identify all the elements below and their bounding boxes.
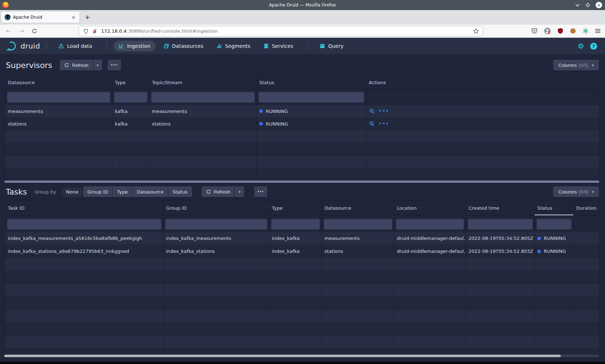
filter-input-datasource[interactable] (7, 92, 110, 103)
filter-input-created-time[interactable] (468, 219, 533, 229)
cell-group-id: index_kafka_stations (163, 245, 269, 258)
filter-input-type[interactable] (114, 92, 147, 103)
help-icon[interactable]: ? (590, 43, 597, 50)
browser-toolbar: ← → 172.18.0.4:30899/unified-console.htm… (0, 24, 605, 38)
datasources-icon (163, 43, 169, 49)
shield-icon[interactable] (83, 28, 89, 34)
cell-duration (573, 245, 599, 258)
inspect-icon[interactable] (369, 108, 375, 114)
supervisor-row[interactable]: measurements kafka measurements RUNNING … (5, 105, 599, 118)
nav-item-datasources[interactable]: Datasources (158, 41, 209, 51)
inspect-icon[interactable] (369, 121, 375, 127)
tasks-title: Tasks (6, 187, 27, 196)
cell-type: index_kafka (269, 232, 322, 245)
column-header-datasource[interactable]: Datasource (322, 200, 394, 215)
columns-label: Columns (558, 63, 577, 68)
supervisor-row[interactable]: stations kafka stations RUNNING ••• (5, 118, 599, 130)
column-divider (366, 76, 366, 181)
refresh-label: Refresh (214, 189, 230, 195)
column-divider (269, 200, 269, 355)
cookie-icon[interactable] (570, 28, 576, 34)
nav-item-ingestion[interactable]: Ingestion (113, 41, 156, 51)
supervisors-table-header: Datasource Type Topic/Stream Status Acti… (5, 76, 599, 89)
row-more-icon[interactable]: ••• (379, 109, 389, 114)
reload-icon[interactable] (32, 24, 37, 37)
window-minimize-icon[interactable] (575, 4, 580, 7)
column-header-group-id[interactable]: Group ID (163, 200, 269, 215)
tab-title: Apache Druid (13, 15, 70, 20)
column-header-task-id[interactable]: Task ID (5, 200, 163, 215)
forward-icon[interactable]: → (19, 24, 24, 37)
filter-input-group-id[interactable] (165, 219, 267, 229)
supervisors-more-button[interactable]: ••• (108, 60, 121, 70)
group-by-type-button[interactable]: Type (113, 186, 133, 197)
nav-item-segments[interactable]: Segments (211, 41, 255, 51)
nav-item-services[interactable]: Services (258, 41, 298, 51)
new-tab-button[interactable]: + (82, 12, 93, 22)
druid-logo[interactable]: druid (6, 41, 40, 51)
supervisors-refresh-caret-button[interactable]: ▾ (93, 60, 103, 70)
window-close-button[interactable]: × (596, 2, 602, 8)
pocket-icon[interactable] (531, 28, 538, 34)
tasks-refresh-caret-button[interactable]: ▾ (235, 186, 244, 197)
bookmark-star-icon[interactable] (473, 28, 479, 34)
column-header-location[interactable]: Location (394, 200, 466, 215)
group-by-status-button[interactable]: Status (168, 186, 192, 197)
filter-input-status[interactable] (537, 219, 572, 229)
tasks-refresh-button[interactable]: Refresh (202, 186, 235, 197)
column-header-status[interactable]: Status (256, 76, 366, 89)
filter-input-location[interactable] (396, 219, 464, 229)
browser-tab[interactable]: Apache Druid × (1, 12, 80, 23)
column-divider (112, 76, 112, 181)
running-dot-icon (259, 109, 263, 113)
extension-asterisk-icon[interactable] (582, 28, 589, 34)
column-header-duration[interactable]: Duration (573, 200, 599, 215)
column-header-type[interactable]: Type (112, 76, 149, 89)
back-icon[interactable]: ← (6, 24, 11, 37)
insecure-lock-icon[interactable] (92, 28, 98, 34)
window-maximize-icon[interactable] (585, 3, 590, 8)
filter-input-topic[interactable] (151, 92, 255, 103)
nav-item-load-data[interactable]: Load data (53, 41, 97, 51)
cell-duration (573, 232, 599, 245)
gear-icon[interactable]: ⚙ (578, 42, 584, 50)
tasks-horizontal-scrollbar (4, 355, 599, 357)
task-row[interactable]: index_kafka_stations_a9a679b22795b63_nnk… (5, 245, 599, 258)
supervisors-table: Datasource Type Topic/Stream Status Acti… (5, 76, 599, 181)
account-extension-icon[interactable] (544, 27, 551, 35)
nav-item-label: Segments (225, 43, 250, 49)
column-header-datasource[interactable]: Datasource (5, 76, 112, 89)
supervisors-columns-button[interactable]: Columns (5/5) ▾ (553, 60, 599, 70)
nav-item-query[interactable]: Query (314, 41, 349, 51)
url-bar[interactable]: 172.18.0.4:30899/unified-console.html#in… (79, 26, 483, 36)
filter-input-type[interactable] (271, 219, 320, 229)
task-row[interactable]: index_kafka_measurements_a5616c5ba8afb8b… (5, 232, 599, 245)
ublock-icon[interactable] (557, 28, 564, 34)
filter-input-status[interactable] (259, 92, 364, 103)
tasks-columns-button[interactable]: Columns (9/9) ▾ (553, 186, 599, 197)
group-by-none-button[interactable]: None (62, 186, 83, 197)
row-more-icon[interactable]: ••• (379, 121, 389, 126)
column-divider (599, 200, 599, 355)
scrollbar-thumb[interactable] (4, 181, 599, 183)
scrollbar-thumb[interactable] (4, 355, 561, 357)
table-row-empty (5, 168, 599, 181)
status-text: RUNNING (544, 236, 566, 241)
druid-swirl-icon (6, 41, 18, 51)
column-header-type[interactable]: Type (269, 200, 322, 215)
supervisors-refresh-button[interactable]: Refresh (60, 60, 93, 70)
filter-input-datasource[interactable] (324, 219, 392, 229)
tasks-more-button[interactable]: ••• (254, 186, 268, 197)
column-header-created-time[interactable]: Created time (466, 200, 534, 215)
cell-type: kafka (112, 105, 149, 117)
group-by-datasource-button[interactable]: Datasource (133, 186, 168, 197)
table-row-empty (5, 130, 599, 143)
column-header-status-sorted[interactable]: Status (534, 200, 573, 215)
filter-input-task-id[interactable] (7, 219, 161, 229)
tab-close-icon[interactable]: × (70, 14, 77, 20)
brand-text: druid (21, 42, 40, 50)
cell-type: kafka (112, 118, 149, 130)
hamburger-menu-icon[interactable] (595, 28, 601, 33)
group-by-group-id-button[interactable]: Group ID (83, 186, 113, 197)
column-header-topic[interactable]: Topic/Stream (149, 76, 256, 89)
